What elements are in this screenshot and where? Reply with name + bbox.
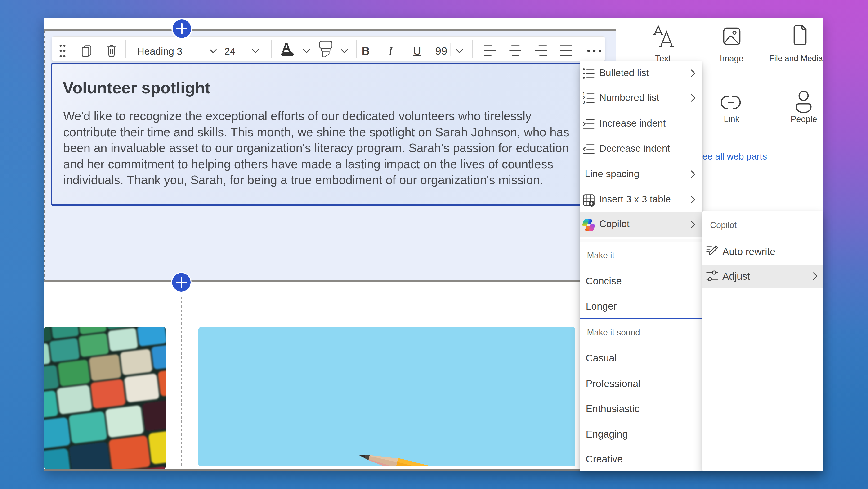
svg-text:2: 2 bbox=[583, 96, 585, 100]
svg-text:1: 1 bbox=[583, 92, 585, 96]
svg-text:3: 3 bbox=[583, 100, 585, 104]
